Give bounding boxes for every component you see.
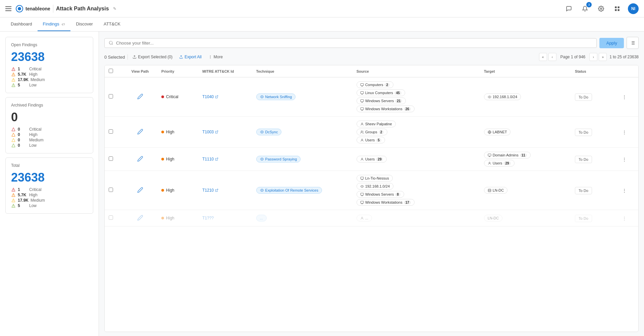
priority-badge: High [161,157,194,161]
edit-icon[interactable]: ✎ [113,6,116,11]
svg-point-18 [13,196,14,196]
source-tags: ... [357,215,476,221]
mitre-link[interactable]: T1040 [202,94,248,99]
row-action-button[interactable]: ⋮ [621,186,629,194]
medium-label: Medium [31,77,45,82]
severity-medium: 17.9K Medium [11,77,88,82]
svg-rect-70 [361,193,364,195]
svg-point-58 [262,159,262,159]
svg-point-33 [210,56,210,56]
target-tag: LN-DC [484,215,503,221]
priority-label: High [166,188,174,193]
svg-point-79 [361,217,363,218]
priority-badge: High [161,216,194,220]
settings-button[interactable] [596,3,606,14]
notification-badge: 3 [586,2,592,7]
row-action-button[interactable]: ⋮ [621,93,629,101]
svg-point-59 [361,158,363,159]
view-path-icon[interactable] [137,189,143,194]
prev-page-button[interactable]: ‹ [548,53,556,61]
view-path-icon[interactable] [137,158,143,163]
tab-dashboard[interactable]: Dashboard [5,17,38,31]
brand-logo: tenableone [15,5,50,13]
status-badge: To Do [575,129,592,136]
apply-button[interactable]: Apply [599,38,624,48]
row-action-button[interactable]: ⋮ [621,128,629,136]
row-checkbox[interactable] [109,188,113,192]
mitre-link[interactable]: T1??? [202,216,248,220]
row-checkbox[interactable] [109,156,113,161]
mitre-link[interactable]: T1003 [202,130,248,134]
priority-dot [161,189,164,192]
user-avatar[interactable]: NI [628,3,639,14]
next-page-button[interactable]: › [589,53,597,61]
table-toolbar: 0 Selected Export Selected (0) Export Al… [104,53,639,61]
svg-point-32 [210,57,210,57]
tab-discover[interactable]: Discover [70,17,98,31]
svg-rect-4 [618,6,620,8]
total-number: 23638 [11,171,88,185]
archived-findings-number: 0 [11,110,88,124]
svg-point-16 [13,191,14,191]
tab-attck[interactable]: ATT&CK [98,17,126,31]
notifications-button[interactable]: 3 [580,3,590,14]
source-tag: Groups 2 [357,129,388,135]
svg-point-36 [262,96,262,97]
row-checkbox[interactable] [109,129,113,134]
main-layout: Open Findings 23638 1 Critical 5.7K High [0,31,644,336]
source-tag: Linux Computers 45 [357,89,405,96]
selected-count: 0 Selected [104,55,125,60]
svg-rect-37 [361,83,364,85]
first-page-button[interactable]: « [539,53,547,61]
mitre-link[interactable]: T1110 [202,157,248,161]
svg-point-69 [362,186,362,187]
svg-rect-73 [361,201,364,203]
row-checkbox[interactable] [109,94,113,98]
more-button[interactable]: More [206,53,225,61]
arch-critical-icon [11,127,16,132]
svg-point-51 [262,132,262,132]
apps-button[interactable] [612,3,623,14]
svg-point-12 [13,81,14,81]
view-path-icon[interactable] [137,131,143,136]
table-row: Critical T1040 Network [105,77,638,117]
row-checkbox[interactable] [109,215,113,220]
chat-button[interactable] [564,3,574,14]
svg-point-10 [13,75,14,76]
svg-point-14 [13,86,14,86]
view-path-icon[interactable] [137,217,143,222]
svg-point-23 [109,41,112,44]
svg-rect-40 [361,91,364,93]
mitre-link[interactable]: T1210 [202,188,248,193]
svg-point-22 [13,207,14,207]
source-tag: 192.168.1.0/24 [357,183,393,190]
tab-findings[interactable]: Findings 🏷 [38,17,71,31]
export-selected-button[interactable]: Export Selected (0) [130,53,174,61]
target-tag: LN-DC [484,187,508,194]
row-action-button[interactable]: ⋮ [621,214,629,222]
arch-severity-low: 0 Low [11,143,88,148]
severity-critical: 1 Critical [11,67,88,71]
select-all-checkbox[interactable] [109,69,113,73]
priority-label: High [166,130,174,134]
arch-severity-medium: 0 Medium [11,138,88,142]
search-input[interactable] [116,41,592,46]
last-page-button[interactable]: » [599,53,607,61]
row-action-button[interactable]: ⋮ [621,155,629,163]
total-card: Total 23638 1 Critical 5.7K High [5,157,93,214]
col-target: Target [480,65,571,77]
view-path-icon[interactable] [137,95,143,100]
export-all-button[interactable]: Export All [177,53,204,61]
source-tag: ... [357,215,372,221]
hamburger-menu[interactable] [5,6,11,11]
filter-options-button[interactable] [627,37,639,49]
svg-point-49 [489,96,490,97]
severity-high: 5.7K High [11,72,88,77]
total-title: Total [11,163,88,168]
archived-findings-title: Archived Findings [11,103,88,108]
svg-rect-6 [618,9,620,11]
svg-point-63 [489,162,490,163]
sub-nav: Dashboard Findings 🏷 Discover ATT&CK [0,17,644,31]
priority-dot [161,95,164,98]
source-tags: Sheev Palpatine Groups 2 Users 5 [357,121,476,143]
